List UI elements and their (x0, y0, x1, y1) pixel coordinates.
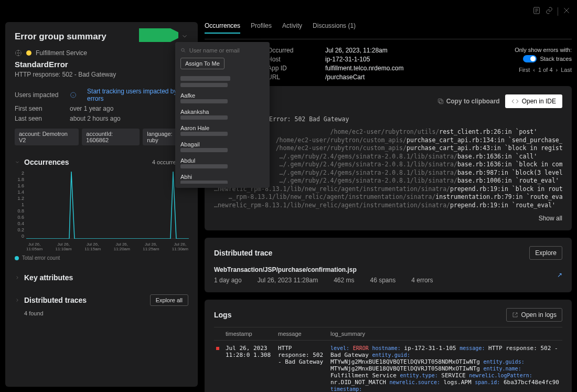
tab-activity[interactable]: Activity (282, 22, 302, 34)
divider (558, 7, 558, 16)
copy-clipboard[interactable]: Copy to clipboard (437, 94, 500, 108)
host-label: Host (268, 56, 315, 63)
chart-y-axis: 21.81.61.41.210.80.60.40.20 (15, 171, 24, 239)
dt-ago: 1 day ago (214, 277, 242, 284)
col-timestamp: timestamp (223, 327, 276, 341)
occurred-value: Jul 26, 2023, 11:28am (325, 47, 403, 54)
svg-point-3 (171, 34, 174, 36)
chart-legend: Total error count (15, 255, 188, 261)
svg-rect-7 (439, 100, 443, 104)
tag[interactable]: account: Demotron V2 (15, 129, 79, 145)
show-all-link[interactable]: Show all (214, 215, 562, 222)
distributed-traces-toggle[interactable]: Distributed traces (15, 296, 87, 304)
tab-occurrences[interactable]: Occurrences (205, 22, 240, 34)
pager-last[interactable]: Last (561, 67, 572, 73)
only-show-label: Only show errors with: (515, 47, 572, 53)
chevron-right-icon[interactable]: › (556, 67, 558, 73)
logs-rows: Jul 26, 2023 11:28:0 1.308HTTP response:… (214, 341, 562, 392)
distributed-found: 4 found (24, 310, 188, 316)
occurred-label: Occurred (268, 47, 315, 54)
url-value: /purchaseCart (325, 73, 403, 81)
info-icon (70, 91, 77, 99)
first-seen-label: First seen (15, 105, 59, 112)
open-in-ide-button[interactable]: Open in IDE (505, 94, 562, 108)
service-name: Fulfillment Service (36, 49, 87, 57)
service-indicator: Fulfillment Service (15, 49, 188, 57)
users-impacted-label: Users impacted (15, 91, 59, 99)
tab-profiles[interactable]: Profiles (251, 22, 272, 34)
table-row[interactable]: Jul 26, 2023 11:28:0 1.308HTTP response:… (214, 341, 562, 392)
assign-user-item[interactable]: Abhi (175, 171, 270, 184)
assign-user-item[interactable] (175, 73, 270, 90)
track-users-link[interactable]: Start tracking users impacted by errors (87, 88, 188, 102)
occurrences-section-toggle[interactable]: Occurrences (15, 158, 69, 166)
assign-user-icon[interactable] (168, 33, 176, 41)
status-dot (26, 50, 31, 56)
key-attributes-toggle[interactable]: Key attributes (15, 273, 73, 282)
appid-value: fulfillment.telco.nrdemo.com (325, 65, 403, 72)
explore-button[interactable]: Explore (529, 246, 562, 260)
assign-user-list: AafkeAakankshaAaron HaleAbagailAbdulAbhi (175, 73, 270, 184)
tag-icon[interactable] (143, 33, 151, 41)
last-seen-value: about 2 hours ago (70, 115, 121, 122)
chevron-down-icon[interactable] (181, 33, 188, 41)
window-controls (532, 6, 571, 16)
link-icon[interactable] (545, 6, 553, 16)
logs-table: timestamp message log_summary Jul 26, 20… (214, 327, 562, 392)
chart-x-axis: Jul 26,11:05amJul 26,11:10amJul 26,11:15… (26, 242, 188, 252)
search-icon (180, 47, 186, 54)
occurrence-pager: First ‹ 1 of 4 › Last (515, 67, 572, 73)
pager-position: 1 of 4 (538, 67, 553, 73)
pager-first[interactable]: First (519, 67, 530, 73)
error-message: HTTP response: 502 - Bad Gateway (15, 71, 188, 78)
appid-label: App ID (268, 65, 315, 72)
main-tabs: Occurrences Profiles Activity Discussion… (205, 22, 572, 39)
svg-rect-8 (438, 99, 442, 102)
assign-user-item[interactable]: Abagail (175, 139, 270, 155)
error-summary-panel: Error group summary Fulfillment Service … (5, 22, 198, 387)
transaction-name: WebTransaction/JSP/purchase/confirmation… (214, 266, 433, 273)
url-label: URL (268, 73, 315, 81)
tab-discussions[interactable]: Discussions (1) (313, 22, 356, 34)
dt-spans: 46 spans (370, 277, 396, 284)
chart-line (26, 171, 189, 239)
assign-user-item[interactable]: Aaron Hale (175, 122, 270, 139)
panel-title: Error group summary (15, 31, 106, 42)
error-class: StandardError (15, 60, 188, 69)
chevron-down-icon[interactable] (156, 33, 163, 41)
tag[interactable]: accountId: 1606862 (82, 129, 140, 145)
logs-title: Logs (214, 311, 231, 319)
tag-list: account: Demotron V2 accountId: 1606862 … (15, 129, 188, 145)
svg-point-6 (181, 48, 184, 51)
dt-timestamp: Jul 26, 2023 11:28am (258, 277, 318, 284)
explore-all-button[interactable]: Explore all (150, 294, 188, 306)
last-seen-label: Last seen (15, 115, 59, 122)
assign-user-item[interactable]: Aafke (175, 90, 270, 106)
col-log-summary: log_summary (328, 327, 562, 341)
distributed-trace-card: Distributed trace Explore WebTransaction… (205, 238, 572, 292)
chevron-left-icon[interactable]: ‹ (533, 67, 535, 73)
logs-card: Logs Open in logs timestamp message log_… (205, 300, 572, 392)
first-seen-value: over 1 year ago (70, 105, 113, 112)
col-message: message (276, 327, 328, 341)
assign-to-me-button[interactable]: Assign To Me (180, 58, 225, 69)
dt-duration: 462 ms (334, 277, 354, 284)
close-icon[interactable] (562, 6, 571, 16)
distributed-trace-title: Distributed trace (214, 249, 272, 257)
stack-traces-toggle[interactable]: Stack traces (523, 55, 572, 62)
assign-search-input[interactable] (189, 47, 264, 54)
dt-errors: 4 errors (411, 277, 433, 284)
svg-point-2 (145, 34, 146, 35)
assign-user-item[interactable]: Aakanksha (175, 106, 270, 122)
severity-dot (216, 347, 219, 350)
assign-user-item[interactable]: Abdul (175, 155, 270, 171)
notes-icon[interactable] (532, 6, 541, 16)
occurrences-chart: 21.81.61.41.210.80.60.40.20 Jul 26,11:05… (15, 171, 188, 252)
external-link-icon[interactable]: ↗ (557, 271, 562, 279)
host-value: ip-172-31-1-105 (325, 56, 403, 63)
legend-dot (15, 256, 19, 260)
open-in-logs-button[interactable]: Open in logs (506, 308, 562, 322)
assign-user-popup: Assign To Me AafkeAakankshaAaron HaleAba… (175, 42, 270, 188)
